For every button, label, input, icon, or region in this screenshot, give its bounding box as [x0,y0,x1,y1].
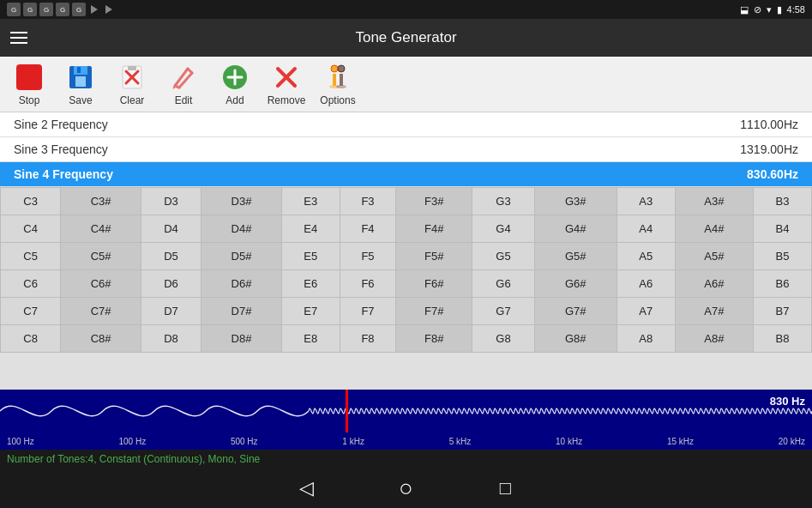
piano-key-A6[interactable]: A6 [617,270,675,298]
info-bar: Number of Tones:4, Constant (Continuous)… [0,450,812,469]
piano-key-D3[interactable]: D3 [141,188,201,215]
piano-key-F3sharp[interactable]: F3# [396,188,472,215]
piano-key-D7sharp[interactable]: D7# [201,298,282,325]
home-icon: ○ [399,475,413,502]
piano-key-G7[interactable]: G7 [472,298,535,325]
svg-line-14 [173,86,176,88]
piano-key-D6[interactable]: D6 [141,270,201,298]
piano-key-F6sharp[interactable]: F6# [396,270,472,298]
piano-key-B6[interactable]: B6 [754,270,812,298]
piano-key-A4[interactable]: A4 [617,215,675,243]
piano-key-F8[interactable]: F8 [340,325,396,353]
piano-key-E6[interactable]: E6 [281,270,340,298]
info-text: Number of Tones:4, Constant (Continuous)… [7,453,260,465]
options-button[interactable]: Options [316,58,360,110]
piano-key-C6sharp[interactable]: C6# [61,270,141,298]
piano-key-D8sharp[interactable]: D8# [201,325,282,353]
piano-key-A8[interactable]: A8 [617,325,675,353]
piano-key-G8sharp[interactable]: G8# [534,325,617,353]
piano-key-F8sharp[interactable]: F8# [396,325,472,353]
piano-key-B4[interactable]: B4 [754,215,812,243]
piano-key-G3sharp[interactable]: G3# [534,188,617,215]
piano-key-A3[interactable]: A3 [617,188,675,215]
home-button[interactable]: ○ [391,473,422,504]
freq-label-2: Sine 2 Frequency [14,118,108,131]
stop-button[interactable]: Stop [7,58,51,110]
scale-500hz: 500 Hz [231,437,258,446]
piano-key-B3[interactable]: B3 [754,188,812,215]
piano-key-B7[interactable]: B7 [754,298,812,325]
piano-key-C7[interactable]: C7 [1,298,61,325]
piano-key-C5[interactable]: C5 [1,243,61,270]
piano-key-A4sharp[interactable]: A4# [675,215,753,243]
piano-key-D4sharp[interactable]: D4# [201,215,282,243]
piano-key-F5[interactable]: F5 [340,243,396,270]
frequency-rows: Sine 2 Frequency 1110.00Hz Sine 3 Freque… [0,112,812,187]
piano-key-A7sharp[interactable]: A7# [675,298,753,325]
svg-rect-27 [346,390,348,432]
piano-key-D5[interactable]: D5 [141,243,201,270]
piano-key-D8[interactable]: D8 [141,325,201,353]
piano-key-C3[interactable]: C3 [1,188,61,215]
freq-value-3: 1319.00Hz [740,142,798,156]
piano-key-C8sharp[interactable]: C8# [61,325,141,353]
hamburger-menu[interactable] [10,32,27,44]
scale-20khz: 20 kHz [779,437,805,446]
piano-key-C6[interactable]: C6 [1,270,61,298]
piano-key-D7[interactable]: D7 [141,298,201,325]
piano-key-A5sharp[interactable]: A5# [675,243,753,270]
piano-key-C8[interactable]: C8 [1,325,61,353]
piano-key-G3[interactable]: G3 [472,188,535,215]
edit-button[interactable]: Edit [161,58,206,110]
freq-row-4[interactable]: Sine 4 Frequency 830.60Hz [0,162,812,187]
piano-key-A7[interactable]: A7 [617,298,675,325]
piano-key-A6sharp[interactable]: A6# [675,270,753,298]
piano-key-C3sharp[interactable]: C3# [61,188,141,215]
piano-key-D5sharp[interactable]: D5# [201,243,282,270]
piano-key-F6[interactable]: F6 [340,270,396,298]
piano-key-D3sharp[interactable]: D3# [201,188,282,215]
piano-key-A5[interactable]: A5 [617,243,675,270]
piano-key-G6sharp[interactable]: G6# [534,270,617,298]
piano-key-G6[interactable]: G6 [472,270,535,298]
nav-bar: ◁ ○ □ [0,469,812,508]
piano-key-C5sharp[interactable]: C5# [61,243,141,270]
piano-key-E4[interactable]: E4 [281,215,340,243]
piano-key-F7[interactable]: F7 [340,298,396,325]
piano-key-E5[interactable]: E5 [281,243,340,270]
piano-key-E8[interactable]: E8 [281,325,340,353]
remove-button[interactable]: Remove [264,58,309,110]
piano-key-B5[interactable]: B5 [754,243,812,270]
piano-key-F4sharp[interactable]: F4# [396,215,472,243]
piano-key-C7sharp[interactable]: C7# [61,298,141,325]
save-button[interactable]: Save [58,58,103,110]
piano-key-G4sharp[interactable]: G4# [534,215,617,243]
piano-key-F3[interactable]: F3 [340,188,396,215]
piano-key-A8sharp[interactable]: A8# [675,325,753,353]
back-button[interactable]: ◁ [292,473,322,504]
play-icon [88,3,100,15]
piano-key-C4[interactable]: C4 [1,215,61,243]
svg-marker-0 [91,5,98,14]
piano-key-E7[interactable]: E7 [281,298,340,325]
clear-button[interactable]: Clear [110,58,154,110]
piano-key-C4sharp[interactable]: C4# [61,215,141,243]
recents-button[interactable]: □ [490,473,521,504]
add-button[interactable]: Add [213,58,257,110]
piano-key-A3sharp[interactable]: A3# [675,188,753,215]
piano-key-G4[interactable]: G4 [472,215,535,243]
piano-key-G8[interactable]: G8 [472,325,535,353]
piano-key-G5[interactable]: G5 [472,243,535,270]
freq-row-3[interactable]: Sine 3 Frequency 1319.00Hz [0,137,812,162]
piano-key-D4[interactable]: D4 [141,215,201,243]
piano-key-F4[interactable]: F4 [340,215,396,243]
piano-key-E3[interactable]: E3 [281,188,340,215]
piano-key-B8[interactable]: B8 [754,325,812,353]
play-icon-2 [103,3,115,15]
piano-key-F7sharp[interactable]: F7# [396,298,472,325]
piano-key-G7sharp[interactable]: G7# [534,298,617,325]
freq-row-2[interactable]: Sine 2 Frequency 1110.00Hz [0,112,812,137]
piano-key-G5sharp[interactable]: G5# [534,243,617,270]
piano-key-D6sharp[interactable]: D6# [201,270,282,298]
piano-key-F5sharp[interactable]: F5# [396,243,472,270]
